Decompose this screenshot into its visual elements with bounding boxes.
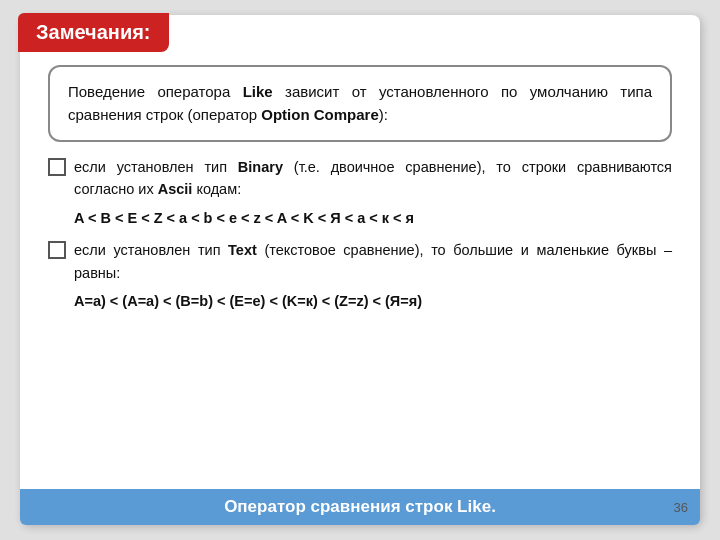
- code-line-1: A < B < E < Z < a < b < e < z < A < K < …: [74, 207, 672, 229]
- bullet-text-2: если установлен тип Text (текстовое срав…: [74, 239, 672, 284]
- footer-bar: Оператор сравнения строк Like.: [20, 489, 700, 525]
- slide: Замечания: Поведение оператора Like зави…: [20, 15, 700, 525]
- code-line-2: A=a) < (A=a) < (B=b) < (E=е) < (K=к) < (…: [74, 290, 672, 312]
- footer-label: Оператор сравнения строк Like.: [224, 497, 496, 516]
- infobox-text-end: ):: [379, 106, 388, 123]
- header-badge: Замечания:: [18, 13, 169, 52]
- bullet1-bold2: Ascii: [158, 181, 193, 197]
- page-number: 36: [674, 500, 688, 515]
- infobox-like-bold: Like: [243, 83, 273, 100]
- bullet-icon-1: [48, 158, 66, 176]
- bullet1-text-end: кодам:: [192, 181, 241, 197]
- bullet2-bold1: Text: [228, 242, 257, 258]
- bullet-block-2: если установлен тип Text (текстовое срав…: [48, 239, 672, 284]
- bullet-block-1: если установлен тип Binary (т.е. двоично…: [48, 156, 672, 201]
- bullet-icon-2: [48, 241, 66, 259]
- infobox-optioncompare-bold: Option Compare: [261, 106, 379, 123]
- bullet-text-1: если установлен тип Binary (т.е. двоично…: [74, 156, 672, 201]
- info-box: Поведение оператора Like зависит от уста…: [48, 65, 672, 142]
- bullet1-bold1: Binary: [238, 159, 283, 175]
- infobox-text-before: Поведение оператора: [68, 83, 243, 100]
- bullet1-text-before: если установлен тип: [74, 159, 238, 175]
- content-area: если установлен тип Binary (т.е. двоично…: [48, 156, 672, 489]
- bullet2-text-before: если установлен тип: [74, 242, 228, 258]
